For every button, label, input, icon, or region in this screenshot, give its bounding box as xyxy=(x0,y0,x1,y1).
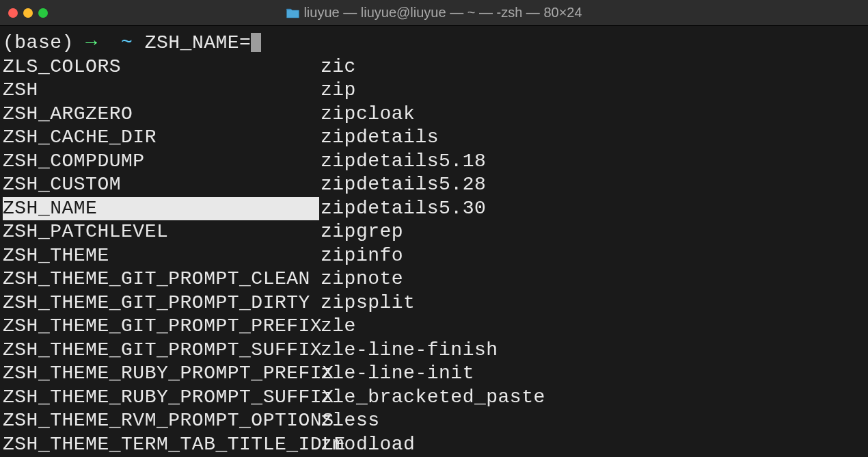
completion-item[interactable]: zipsplit xyxy=(321,291,545,315)
completion-item[interactable]: zipinfo xyxy=(321,244,545,268)
window-title-bar: liuyue — liuyue@liuyue — ~ — -zsh — 80×2… xyxy=(0,0,868,26)
completion-column-2: ziczipzipcloakzipdetailszipdetails5.18zi… xyxy=(321,55,545,457)
completion-item[interactable]: zipdetails5.18 xyxy=(321,150,545,174)
completion-item[interactable]: zic xyxy=(321,55,545,79)
prompt-env: (base) xyxy=(3,31,74,55)
completion-item[interactable]: ZSH_PATCHLEVEL xyxy=(3,220,321,244)
traffic-lights xyxy=(8,8,48,18)
completion-item[interactable]: ZSH_NAME xyxy=(3,197,319,221)
completion-item[interactable]: zipdetails5.30 xyxy=(321,197,545,221)
completion-item[interactable]: zipdetails5.28 xyxy=(321,173,545,197)
completion-item[interactable]: zipnote xyxy=(321,267,545,291)
completion-item[interactable]: ZSH_THEME_RVM_PROMPT_OPTIONS xyxy=(3,409,321,433)
completion-item[interactable]: zless xyxy=(321,409,545,433)
completion-list: ZLS_COLORSZSHZSH_ARGZEROZSH_CACHE_DIRZSH… xyxy=(3,55,865,457)
completion-item[interactable]: zmodload xyxy=(321,433,545,457)
window-title: liuyue — liuyue@liuyue — ~ — -zsh — 80×2… xyxy=(286,5,582,21)
prompt-line: (base) → ~ ZSH_NAME= xyxy=(3,31,865,55)
completion-item[interactable]: zipgrep xyxy=(321,220,545,244)
window-title-text: liuyue — liuyue@liuyue — ~ — -zsh — 80×2… xyxy=(303,5,582,21)
completion-item[interactable]: ZSH_THEME xyxy=(3,244,321,268)
completion-item[interactable]: zle-line-finish xyxy=(321,339,545,363)
completion-item[interactable]: ZSH_THEME_GIT_PROMPT_SUFFIX xyxy=(3,339,321,363)
maximize-window-button[interactable] xyxy=(38,8,48,18)
completion-item[interactable]: ZSH_THEME_RUBY_PROMPT_SUFFIX xyxy=(3,386,321,410)
completion-item[interactable]: ZSH_ARGZERO xyxy=(3,103,321,127)
completion-item[interactable]: ZLS_COLORS xyxy=(3,55,321,79)
completion-column-1: ZLS_COLORSZSHZSH_ARGZEROZSH_CACHE_DIRZSH… xyxy=(3,55,321,457)
folder-icon xyxy=(286,8,299,18)
prompt-command: ZSH_NAME= xyxy=(145,31,252,55)
completion-item[interactable]: ZSH_THEME_GIT_PROMPT_CLEAN xyxy=(3,267,321,291)
completion-item[interactable]: zle_bracketed_paste xyxy=(321,386,545,410)
completion-item[interactable]: zipdetails xyxy=(321,126,545,150)
completion-item[interactable]: ZSH xyxy=(3,79,321,103)
prompt-arrow: → xyxy=(85,31,97,55)
minimize-window-button[interactable] xyxy=(23,8,33,18)
completion-item[interactable]: ZSH_THEME_GIT_PROMPT_PREFIX xyxy=(3,315,321,339)
terminal-body[interactable]: (base) → ~ ZSH_NAME= ZLS_COLORSZSHZSH_AR… xyxy=(0,26,868,456)
completion-item[interactable]: zle-line-init xyxy=(321,362,545,386)
prompt-cwd: ~ xyxy=(121,31,133,55)
completion-item[interactable]: ZSH_CUSTOM xyxy=(3,173,321,197)
completion-item[interactable]: zle xyxy=(321,315,545,339)
completion-item[interactable]: ZSH_THEME_TERM_TAB_TITLE_IDLE xyxy=(3,433,321,457)
completion-item[interactable]: zip xyxy=(321,79,545,103)
close-window-button[interactable] xyxy=(8,8,18,18)
completion-item[interactable]: zipcloak xyxy=(321,103,545,127)
completion-item[interactable]: ZSH_CACHE_DIR xyxy=(3,126,321,150)
completion-item[interactable]: ZSH_THEME_RUBY_PROMPT_PREFIX xyxy=(3,362,321,386)
completion-item[interactable]: ZSH_THEME_GIT_PROMPT_DIRTY xyxy=(3,291,321,315)
completion-item[interactable]: ZSH_COMPDUMP xyxy=(3,150,321,174)
cursor xyxy=(251,33,261,52)
